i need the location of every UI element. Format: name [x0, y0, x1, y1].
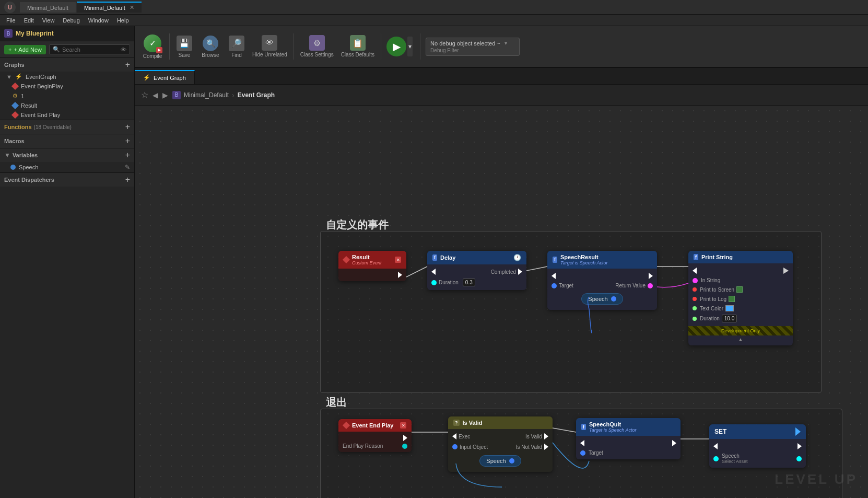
breadcrumb-blueprint[interactable]: Minimal_Default: [184, 91, 229, 99]
menu-window[interactable]: Window: [84, 16, 113, 25]
print-exec-out[interactable]: [783, 268, 789, 274]
find-button[interactable]: 🔎 Find: [225, 33, 248, 60]
add-new-button[interactable]: + + Add New: [4, 45, 46, 54]
end-play-exec-out[interactable]: [403, 435, 407, 441]
hide-unrelated-button[interactable]: 👁 Hide Unrelated: [249, 33, 290, 60]
breadcrumb: ☆ ◀ ▶ B Minimal_Default › Event Graph: [135, 85, 868, 106]
variable-edit-icon[interactable]: ✎: [125, 164, 130, 171]
breadcrumb-back[interactable]: ◀: [153, 91, 158, 99]
f-icon-print: f: [694, 254, 698, 260]
event-graph-tab[interactable]: ⚡ Event Graph: [135, 70, 195, 84]
speech-pill-2[interactable]: Speech: [479, 455, 521, 467]
event-dispatchers-header[interactable]: Event Dispatchers +: [0, 173, 134, 187]
save-button[interactable]: 💾 Save: [173, 33, 196, 60]
event-end-play-item[interactable]: Event End Play: [0, 110, 134, 120]
diamond-icon-red: [11, 83, 19, 90]
duration-value[interactable]: 10.0: [722, 315, 737, 322]
breadcrumb-graph[interactable]: Event Graph: [238, 91, 275, 99]
quit-exec-out[interactable]: [672, 440, 676, 446]
search-bar[interactable]: 🔍 👁: [49, 44, 130, 54]
speech-result-exec-in[interactable]: [552, 273, 556, 279]
delay-exec-in[interactable]: [431, 269, 436, 275]
add-dispatcher-icon[interactable]: +: [125, 175, 130, 184]
debug-filter[interactable]: No debug object selected ~ ▾ Debug Filte…: [426, 38, 520, 56]
speech-variable-item[interactable]: Speech ✎: [0, 162, 134, 172]
set-node[interactable]: SET Speech: [709, 424, 806, 468]
graphs-section-header[interactable]: Graphs +: [0, 58, 134, 72]
close-icon[interactable]: ✕: [130, 4, 134, 11]
class-settings-button[interactable]: ⚙ Class Settings: [297, 33, 337, 60]
result-node[interactable]: Result Custom Event ✕: [338, 251, 406, 281]
set-speech-out-pin[interactable]: [796, 456, 802, 461]
add-graph-icon[interactable]: +: [125, 60, 130, 70]
event-end-play-diamond-icon: [11, 111, 19, 119]
print-to-log-pin[interactable]: [693, 297, 697, 301]
my-blueprint-title: My Blueprint: [16, 30, 54, 37]
is-valid-node[interactable]: ? Is Valid Exec Is Valid: [448, 416, 553, 472]
quit-exec-in[interactable]: [580, 440, 584, 446]
quit-target-pin[interactable]: [580, 450, 585, 456]
functions-header[interactable]: Functions (18 Overridable) +: [0, 120, 134, 134]
macros-header[interactable]: Macros +: [0, 134, 134, 148]
menu-edit[interactable]: Edit: [20, 16, 38, 25]
print-exec-in[interactable]: [693, 268, 697, 274]
event-dispatchers-section: Event Dispatchers +: [0, 173, 134, 187]
event-end-play-close[interactable]: ✕: [400, 422, 406, 428]
speech-result-exec-out[interactable]: [649, 273, 653, 279]
set-exec-in[interactable]: [713, 443, 718, 449]
menu-help[interactable]: Help: [113, 16, 133, 25]
add-variable-icon[interactable]: +: [125, 150, 130, 160]
result-node-close[interactable]: ✕: [395, 257, 401, 263]
speech-result-target-pin[interactable]: [552, 283, 557, 288]
print-to-screen-checkbox[interactable]: [736, 286, 743, 293]
eye-icon[interactable]: 👁: [121, 47, 126, 53]
browse-button[interactable]: 🔍 Browse: [197, 33, 224, 60]
print-in-string-pin[interactable]: [693, 278, 698, 283]
add-macro-icon[interactable]: +: [125, 136, 130, 146]
tab-active[interactable]: Minimal_Default ✕: [77, 2, 142, 13]
event-graph-item[interactable]: ▼ ⚡ EventGraph: [0, 72, 134, 82]
text-color-pin[interactable]: [693, 306, 697, 310]
breadcrumb-star[interactable]: ☆: [141, 90, 148, 100]
class-defaults-button[interactable]: 📋 Class Defaults: [338, 33, 378, 60]
set-exec-out[interactable]: [797, 443, 802, 449]
play-dropdown[interactable]: ▾: [407, 37, 413, 56]
breadcrumb-forward[interactable]: ▶: [162, 91, 168, 99]
menu-file[interactable]: File: [2, 16, 20, 25]
print-string-node[interactable]: f Print String In String: [688, 251, 793, 345]
is-valid-input-pin[interactable]: [452, 444, 458, 449]
event-begin-play-item[interactable]: Event BeginPlay: [0, 82, 134, 91]
is-valid-exec-in[interactable]: [452, 433, 456, 439]
set-speech-in-pin[interactable]: [713, 456, 719, 461]
gear-item[interactable]: ⚙ 1: [0, 91, 134, 101]
compile-button[interactable]: ✓ ▶ Compile: [139, 32, 166, 61]
event-end-play-node[interactable]: Event End Play ✕ End Play Reason: [338, 419, 412, 452]
result-item[interactable]: Result: [0, 101, 134, 110]
end-play-reason-pin[interactable]: [402, 444, 407, 449]
speech-result-node[interactable]: f SpeechResult Target is Speech Actor: [547, 251, 657, 310]
play-button[interactable]: ▶ ▾: [384, 34, 415, 59]
is-valid-out-pin[interactable]: [544, 433, 548, 439]
blueprint-canvas[interactable]: 自定义的事件 退出 Result Custom Event ✕: [135, 106, 868, 498]
delay-exec-out[interactable]: [518, 269, 522, 275]
delay-duration-pin[interactable]: [431, 280, 437, 285]
add-function-icon[interactable]: +: [125, 122, 130, 132]
f-icon-speech: f: [553, 257, 557, 263]
menu-debug[interactable]: Debug: [58, 16, 84, 25]
menu-view[interactable]: View: [38, 16, 59, 25]
result-exec-pin[interactable]: [398, 272, 402, 278]
duration-pin[interactable]: [693, 317, 697, 321]
is-not-valid-out-pin[interactable]: [544, 444, 548, 450]
speech-quit-node[interactable]: f SpeechQuit Target is Speech Actor: [576, 418, 681, 459]
print-to-screen-pin[interactable]: [693, 287, 697, 292]
variables-header[interactable]: ▼ Variables +: [0, 148, 134, 162]
delay-duration-value[interactable]: 0.3: [463, 279, 475, 286]
speech-result-return-pin[interactable]: [648, 283, 653, 288]
tab-inactive[interactable]: Minimal_Default: [20, 2, 76, 13]
print-to-log-checkbox[interactable]: [729, 296, 735, 302]
sidebar: B My Blueprint + + Add New 🔍 👁 Graphs: [0, 26, 135, 498]
search-input[interactable]: [62, 47, 119, 53]
delay-node[interactable]: f Delay 🕐 Completed: [427, 251, 526, 290]
text-color-swatch[interactable]: [725, 305, 734, 311]
speech-pill-1[interactable]: Speech: [581, 293, 623, 305]
